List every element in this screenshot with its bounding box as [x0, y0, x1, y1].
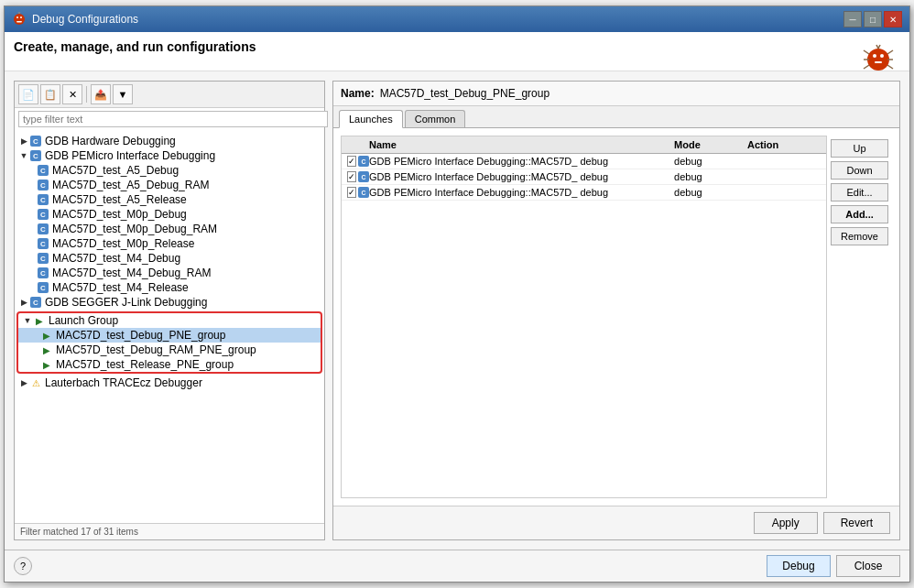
tree-item-m4-debug-ram[interactable]: C MAC57D_test_M4_Debug_RAM — [15, 266, 324, 280]
c-icon: C — [37, 164, 49, 177]
tree-item-m4-release[interactable]: C MAC57D_test_M4_Release — [15, 280, 324, 295]
config-name-value: MAC57D_test_Debug_PNE_group — [380, 87, 549, 100]
delete-button[interactable]: ✕ — [62, 84, 82, 104]
c-icon: C — [37, 267, 49, 279]
left-panel: 📄 📋 ✕ 📤 ▼ ▶ C GDB Hardware Debugging — [14, 81, 325, 540]
remove-button[interactable]: Remove — [831, 227, 888, 245]
svg-rect-3 — [16, 21, 22, 23]
checkbox-3[interactable]: ✓ — [347, 187, 356, 198]
edit-button[interactable]: Edit... — [831, 183, 888, 201]
svg-line-5 — [19, 12, 20, 14]
tree-item-launch-group[interactable]: ▼ ▶ Launch Group — [18, 313, 321, 328]
tree-area: ▶ C GDB Hardware Debugging ▼ C GDB PEMic… — [15, 130, 324, 523]
tree-item-m4-debug[interactable]: C MAC57D_test_M4_Debug — [15, 251, 324, 266]
tab-content: Name Mode Action ✓ C GDB PEMicro Inte — [333, 128, 899, 506]
tree-item-label: MAC57D_test_A5_Release — [52, 193, 187, 206]
header-mode: Mode — [674, 139, 747, 150]
checkbox-1[interactable]: ✓ — [347, 156, 356, 167]
tree-item-a5-debug-ram[interactable]: C MAC57D_test_A5_Debug_RAM — [15, 178, 324, 192]
content-area: 📄 📋 ✕ 📤 ▼ ▶ C GDB Hardware Debugging — [5, 71, 909, 550]
title-bar-controls: ─ □ ✕ — [843, 11, 902, 27]
c-icon: C — [29, 135, 42, 147]
tree-item-label: MAC57D_test_M4_Debug_RAM — [52, 267, 211, 279]
c-icon: C — [37, 252, 49, 265]
add-button[interactable]: Add... — [831, 205, 888, 223]
tree-item-label: MAC57D_test_M0p_Debug_RAM — [52, 223, 217, 235]
c-icon: C — [37, 179, 49, 191]
row-check-3[interactable]: ✓ C — [347, 187, 369, 198]
tree-item-segger[interactable]: ▶ C GDB SEGGER J-Link Debugging — [15, 295, 324, 310]
apply-button[interactable]: Apply — [754, 512, 818, 534]
help-button[interactable]: ? — [14, 557, 32, 575]
header-area: Create, manage, and run configurations — [5, 32, 909, 71]
tree-item-debug-ram-pne-group[interactable]: ▶ MAC57D_test_Debug_RAM_PNE_group — [18, 343, 321, 357]
c-icon: C — [29, 296, 42, 309]
row-name-2: GDB PEMicro Interface Debugging::MAC57D_… — [369, 171, 674, 182]
c-icon: C — [358, 187, 369, 198]
tree-item-label: Launch Group — [49, 314, 118, 327]
revert-button[interactable]: Revert — [823, 512, 890, 534]
row-name-3: GDB PEMicro Interface Debugging::MAC57D_… — [369, 187, 674, 198]
tree-item-label: GDB SEGGER J-Link Debugging — [45, 296, 207, 309]
duplicate-button[interactable]: 📋 — [40, 84, 60, 104]
tree-item-m0p-debug-ram[interactable]: C MAC57D_test_M0p_Debug_RAM — [15, 222, 324, 236]
row-check-1[interactable]: ✓ C — [347, 156, 369, 167]
c-icon: C — [358, 171, 369, 182]
bottom-right-buttons: Debug Close — [767, 555, 900, 577]
settings-button[interactable]: ▼ — [113, 84, 133, 104]
tree-item-release-pne-group[interactable]: ▶ MAC57D_test_Release_PNE_group — [18, 357, 321, 372]
table-area: Name Mode Action ✓ C GDB PEMicro Inte — [341, 136, 892, 498]
svg-point-2 — [20, 16, 22, 18]
debug-button[interactable]: Debug — [767, 555, 831, 577]
arrow-icon: ▶ — [40, 358, 53, 371]
tree-item-gdb-hardware[interactable]: ▶ C GDB Hardware Debugging — [15, 134, 324, 148]
svg-line-11 — [878, 45, 880, 49]
bug-icon — [860, 39, 897, 76]
tree-item-label: Lauterbach TRACEcz Debugger — [45, 376, 202, 389]
tree-item-debug-pne-group[interactable]: ▶ MAC57D_test_Debug_PNE_group — [18, 328, 321, 343]
svg-rect-9 — [875, 61, 882, 63]
new-config-button[interactable]: 📄 — [18, 84, 38, 104]
svg-point-1 — [16, 16, 18, 18]
maximize-button[interactable]: □ — [864, 11, 882, 27]
c-icon: C — [37, 193, 49, 206]
tab-launches[interactable]: Launches — [339, 110, 403, 128]
debug-configurations-window: Debug Configurations ─ □ ✕ Create, manag… — [4, 5, 910, 583]
svg-point-8 — [880, 54, 884, 58]
tree-item-label: MAC57D_test_Release_PNE_group — [56, 358, 234, 371]
main-panels: 📄 📋 ✕ 📤 ▼ ▶ C GDB Hardware Debugging — [14, 81, 900, 540]
tree-item-m0p-release[interactable]: C MAC57D_test_M0p_Release — [15, 236, 324, 251]
header-name: Name — [369, 139, 674, 150]
expand-icon: ▼ — [22, 315, 33, 326]
filter-input[interactable] — [18, 111, 328, 127]
row-check-2[interactable]: ✓ C — [347, 171, 369, 182]
expand-icon: ▶ — [18, 136, 29, 147]
tree-item-label: GDB PEMicro Interface Debugging — [45, 149, 215, 162]
table-row[interactable]: ✓ C GDB PEMicro Interface Debugging::MAC… — [342, 185, 826, 201]
table-row[interactable]: ✓ C GDB PEMicro Interface Debugging::MAC… — [342, 169, 826, 185]
row-mode-2: debug — [674, 171, 747, 182]
tree-item-gdb-pemicro[interactable]: ▼ C GDB PEMicro Interface Debugging — [15, 148, 324, 163]
tree-item-m0p-debug[interactable]: C MAC57D_test_M0p_Debug — [15, 207, 324, 222]
tree-item-label: MAC57D_test_Debug_PNE_group — [56, 329, 225, 342]
export-button[interactable]: 📤 — [91, 84, 111, 104]
expand-icon: ▶ — [18, 377, 29, 388]
down-button[interactable]: Down — [831, 161, 888, 180]
table-header: Name Mode Action — [342, 136, 826, 154]
arrow-icon: ▶ — [40, 329, 53, 342]
up-button[interactable]: Up — [831, 139, 888, 158]
table-row[interactable]: ✓ C GDB PEMicro Interface Debugging::MAC… — [342, 154, 826, 169]
tree-item-lauterbach[interactable]: ▶ ⚠ Lauterbach TRACEcz Debugger — [15, 376, 324, 390]
name-label: Name: — [341, 87, 375, 100]
checkbox-2[interactable]: ✓ — [347, 171, 356, 182]
minimize-button[interactable]: ─ — [843, 11, 862, 27]
tree-toolbar: 📄 📋 ✕ 📤 ▼ — [15, 82, 324, 108]
window-title: Debug Configurations — [32, 13, 138, 26]
close-button[interactable]: Close — [836, 555, 900, 577]
tree-item-a5-debug[interactable]: C MAC57D_test_A5_Debug — [15, 163, 324, 178]
tab-common[interactable]: Common — [405, 110, 466, 127]
svg-line-12 — [864, 50, 869, 54]
tree-item-a5-release[interactable]: C MAC57D_test_A5_Release — [15, 192, 324, 207]
filter-status: Filter matched 17 of 31 items — [15, 523, 324, 539]
close-window-button[interactable]: ✕ — [884, 11, 902, 27]
